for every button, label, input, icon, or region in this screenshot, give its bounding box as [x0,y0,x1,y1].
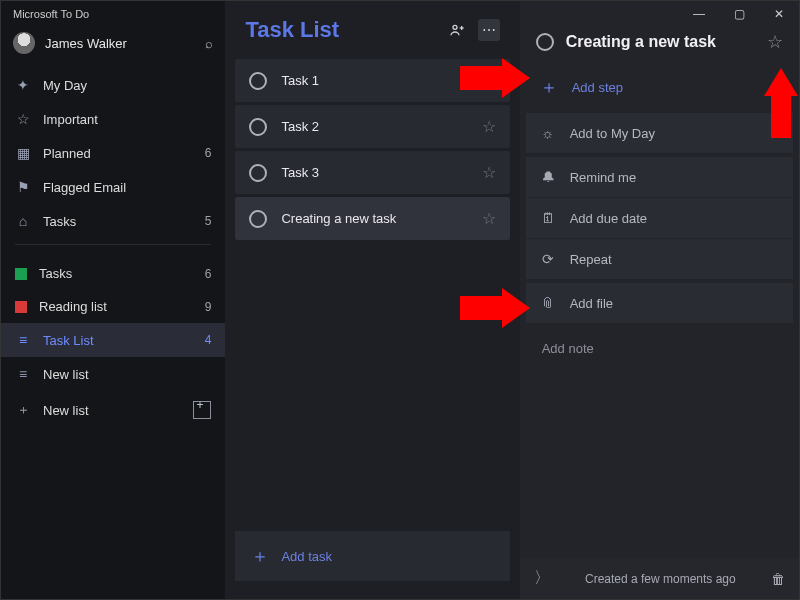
schedule-section: 🔔︎ Remind me 🗓︎ Add due date ⟳ Repeat [526,157,793,279]
annotation-arrow [460,288,530,328]
divider [15,244,211,245]
complete-circle[interactable] [249,164,267,182]
delete-icon[interactable]: 🗑︎ [771,571,785,587]
new-list-button[interactable]: ＋ New list [1,391,225,429]
plus-icon: ＋ [251,544,269,568]
nav-label: New list [43,367,199,382]
list-header: Task List ⋯ [225,1,519,55]
nav-count: 9 [205,300,212,314]
complete-circle[interactable] [249,210,267,228]
section-label: Remind me [570,170,636,185]
profile-row[interactable]: James Walker ⌕ [1,24,225,62]
minimize-button[interactable]: — [679,1,719,27]
section-label: Add file [570,296,613,311]
user-lists: Tasks 6 Reading list 9 ≡ Task List 4 ≡ N… [1,251,225,391]
new-list-label: New list [43,403,181,418]
add-step-button[interactable]: ＋ Add step [520,65,799,113]
repeat-button[interactable]: ⟳ Repeat [526,239,793,279]
search-icon[interactable]: ⌕ [205,36,213,51]
app-title: Microsoft To Do [1,1,225,24]
share-icon[interactable] [446,19,468,41]
calendar-icon: 🗓︎ [540,210,556,226]
window-controls: — ▢ ✕ [679,1,799,27]
task-row[interactable]: Task 2 ☆ [235,105,509,148]
svg-marker-5 [460,288,530,328]
nav-count: 6 [205,146,212,160]
list-tasks[interactable]: Tasks 6 [1,257,225,290]
annotation-arrow [764,68,798,138]
star-icon[interactable]: ☆ [767,31,783,53]
hide-detail-icon[interactable]: 〉 [534,568,550,589]
complete-circle[interactable] [249,72,267,90]
plus-icon: ＋ [15,401,31,419]
note-field[interactable]: Add note [526,327,793,387]
nav-flagged[interactable]: ⚑ Flagged Email [1,170,225,204]
annotation-arrow [460,58,530,98]
user-name: James Walker [45,36,195,51]
square-icon [15,301,27,313]
detail-panel: — ▢ ✕ Creating a new task ☆ ＋ Add step ☼… [520,1,799,599]
task-label: Task 1 [281,73,467,88]
home-icon: ⌂ [15,213,31,229]
repeat-icon: ⟳ [540,251,556,267]
flag-icon: ⚑ [15,179,31,195]
detail-footer: 〉 Created a few moments ago 🗑︎ [520,558,799,599]
list-tasklist[interactable]: ≡ Task List 4 [1,323,225,357]
nav-important[interactable]: ☆ Important [1,102,225,136]
list-icon: ≡ [15,332,31,348]
star-icon[interactable]: ☆ [482,209,496,228]
task-row[interactable]: Creating a new task ☆ [235,197,509,240]
nav-count: 4 [205,333,212,347]
maximize-button[interactable]: ▢ [719,1,759,27]
list-newlist[interactable]: ≡ New list [1,357,225,391]
list-icon: ≡ [15,366,31,382]
close-button[interactable]: ✕ [759,1,799,27]
task-label: Creating a new task [281,211,467,226]
nav-planned[interactable]: ▦ Planned 6 [1,136,225,170]
nav-tasks[interactable]: ⌂ Tasks 5 [1,204,225,238]
avatar [13,32,35,54]
section-label: Repeat [570,252,612,267]
list-reading[interactable]: Reading list 9 [1,290,225,323]
plus-icon: ＋ [540,75,558,99]
nav-label: Tasks [39,266,193,281]
remind-button[interactable]: 🔔︎ Remind me [526,157,793,198]
svg-marker-4 [764,68,798,138]
task-label: Task 2 [281,119,467,134]
star-icon: ☆ [15,111,31,127]
more-icon[interactable]: ⋯ [478,19,500,41]
star-icon[interactable]: ☆ [482,163,496,182]
calendar-icon: ▦ [15,145,31,161]
nav-label: Planned [43,146,193,161]
complete-circle[interactable] [249,118,267,136]
nav-label: Flagged Email [43,180,199,195]
add-file-button[interactable]: 📎︎ Add file [526,283,793,323]
nav-label: Reading list [39,299,193,314]
list-title: Task List [245,17,435,43]
created-label: Created a few moments ago [560,572,761,586]
nav-count: 6 [205,267,212,281]
nav-label: Tasks [43,214,193,229]
star-icon[interactable]: ☆ [482,117,496,136]
svg-point-0 [453,25,457,29]
nav-label: Task List [43,333,193,348]
complete-circle[interactable] [536,33,554,51]
bell-icon: 🔔︎ [540,169,556,185]
detail-title[interactable]: Creating a new task [566,33,755,51]
add-task-label: Add task [281,549,332,564]
new-group-icon[interactable] [193,401,211,419]
sun-icon: ✦ [15,77,31,93]
due-date-button[interactable]: 🗓︎ Add due date [526,198,793,239]
svg-marker-3 [460,58,530,98]
add-task-button[interactable]: ＋ Add task [235,531,509,581]
nav-label: My Day [43,78,199,93]
nav-my-day[interactable]: ✦ My Day [1,68,225,102]
sidebar: Microsoft To Do James Walker ⌕ ✦ My Day … [1,1,225,599]
nav-label: Important [43,112,199,127]
add-my-day-button[interactable]: ☼ Add to My Day [526,113,793,153]
section-label: Add due date [570,211,647,226]
paperclip-icon: 📎︎ [540,295,556,311]
sun-icon: ☼ [540,125,556,141]
task-label: Task 3 [281,165,467,180]
task-row[interactable]: Task 3 ☆ [235,151,509,194]
